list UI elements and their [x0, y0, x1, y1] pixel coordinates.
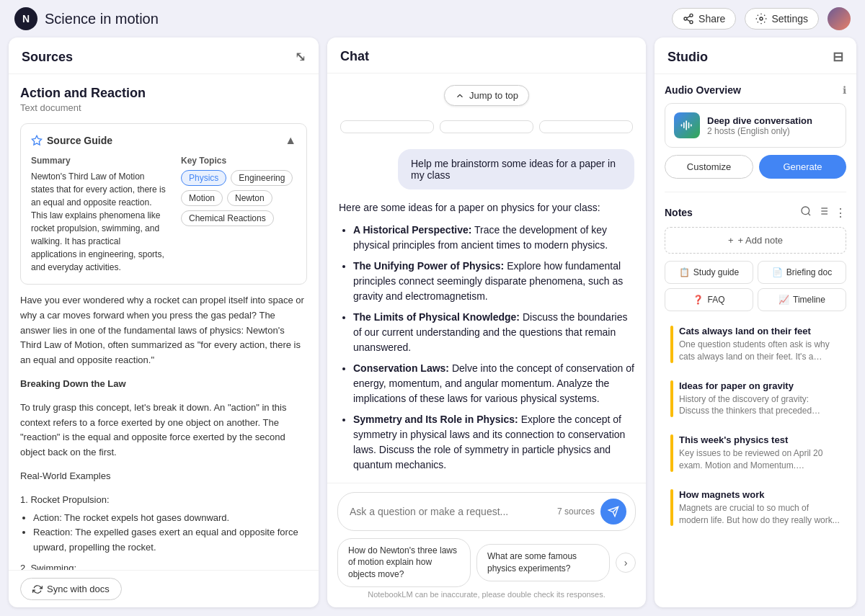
- studio-panel: Studio ⊟ Audio Overview ℹ: [655, 37, 856, 607]
- topbar: N Science in motion Share Settings: [0, 0, 865, 37]
- audio-overview-section: Audio Overview ℹ Deep div: [665, 84, 846, 179]
- topic-chip-engineering[interactable]: Engineering: [231, 170, 293, 186]
- note-content: How magnets work Magnets are crucial to …: [679, 489, 840, 527]
- settings-button[interactable]: Settings: [745, 8, 819, 30]
- note-preview: History of the discovery of gravity: Dis…: [679, 393, 840, 418]
- source-guide-header: Source Guide ▲: [31, 134, 296, 147]
- add-note-button[interactable]: + + Add note: [665, 227, 846, 254]
- waveform-icon: [680, 118, 694, 133]
- studio-body: Audio Overview ℹ Deep div: [655, 74, 856, 607]
- layout-icon[interactable]: ⊟: [833, 49, 843, 65]
- topic-chip-chemical[interactable]: Chemical Reactions: [181, 210, 274, 226]
- dd-title: Deep dive conversation: [707, 115, 812, 126]
- svg-point-1: [684, 17, 687, 20]
- briefing-doc-button[interactable]: 📄 Briefing doc: [758, 261, 846, 284]
- note-content: Cats always land on their feet One quest…: [679, 326, 840, 363]
- guide-topics: Key Topics Physics Engineering Motion Ne…: [181, 156, 296, 274]
- note-color-bar: [670, 489, 673, 527]
- svg-rect-12: [686, 120, 687, 130]
- note-preview: Key issues to be reviewed on April 20 ex…: [679, 447, 840, 472]
- sparkle-icon: [31, 135, 43, 146]
- chevron-up-icon[interactable]: ▲: [285, 134, 296, 147]
- list-item: Symmetry and Its Role in Physics: Explor…: [353, 412, 634, 473]
- generate-button[interactable]: Generate: [759, 155, 846, 179]
- dd-buttons: Customize Generate: [665, 155, 846, 179]
- chat-body[interactable]: Jump to top Help me brainstorm some idea…: [327, 73, 646, 483]
- note-title: This week's physics test: [679, 434, 840, 445]
- search-icon: [800, 205, 812, 217]
- notes-icons: ⋮: [800, 205, 846, 220]
- svg-rect-11: [683, 122, 685, 128]
- jump-to-top-button[interactable]: Jump to top: [444, 85, 529, 106]
- suggestion-chip-1[interactable]: How do Newton's three laws of motion exp…: [337, 538, 471, 587]
- search-notes-button[interactable]: [800, 205, 812, 220]
- topic-chip-motion[interactable]: Motion: [181, 190, 223, 206]
- source-breaking-heading: Breaking Down the Law: [20, 377, 307, 392]
- svg-rect-10: [681, 124, 683, 126]
- deep-dive-card: Deep dive conversation 2 hosts (English …: [665, 103, 846, 148]
- studio-title: Studio: [667, 50, 708, 65]
- suggestion-chip-2[interactable]: What are some famous physics experiments…: [476, 544, 610, 581]
- topic-chip-newton[interactable]: Newton: [227, 190, 272, 206]
- sort-notes-button[interactable]: [817, 205, 829, 220]
- briefing-doc-label: Briefing doc: [786, 267, 832, 277]
- suggestion-next-button[interactable]: ›: [616, 553, 636, 573]
- study-guide-button[interactable]: 📋 Study guide: [665, 261, 753, 284]
- guide-summary-text: Newton's Third Law of Motion states that…: [31, 170, 167, 274]
- suggestions-row: How do Newton's three laws of motion exp…: [337, 538, 636, 587]
- timeline-button[interactable]: 📈 Timeline: [758, 288, 846, 311]
- note-item-3[interactable]: This week's physics test Key issues to b…: [665, 429, 846, 478]
- audio-overview-title: Audio Overview: [665, 84, 741, 96]
- chat-footer-note: NotebookLM can be inaccurate, please dou…: [337, 587, 636, 599]
- svg-point-15: [802, 207, 809, 215]
- list-item: Reaction: The expelled gases exert an eq…: [33, 525, 307, 555]
- share-button[interactable]: Share: [672, 8, 736, 30]
- sources-title: Sources: [22, 50, 73, 65]
- chat-input[interactable]: [350, 506, 557, 517]
- add-note-plus: +: [728, 235, 734, 246]
- note-item-2[interactable]: Ideas for paper on gravity History of th…: [665, 375, 846, 424]
- avatar[interactable]: [828, 7, 851, 30]
- info-icon[interactable]: ℹ: [843, 84, 846, 96]
- faq-button[interactable]: ❓ FAQ: [665, 288, 753, 311]
- note-content: Ideas for paper on gravity History of th…: [679, 380, 840, 418]
- svg-line-4: [687, 16, 691, 18]
- note-item-1[interactable]: Cats always land on their feet One quest…: [665, 320, 846, 369]
- source-doc-title: Action and Reaction: [20, 86, 307, 101]
- note-preview: One question students often ask is why c…: [679, 339, 840, 363]
- more-notes-button[interactable]: ⋮: [835, 206, 846, 220]
- source-doc-card: Action and Reaction Text document: [20, 86, 307, 113]
- sync-docs-button[interactable]: Sync with docs: [20, 578, 122, 600]
- sources-footer: Sync with docs: [9, 570, 319, 607]
- deep-dive-icon: [674, 112, 700, 138]
- list-item: The Unifying Power of Physics: Explore h…: [353, 259, 634, 304]
- send-button[interactable]: [600, 499, 626, 525]
- audio-section-header: Audio Overview ℹ: [665, 84, 846, 96]
- faq-icon: ❓: [693, 295, 704, 305]
- svg-rect-14: [691, 124, 692, 126]
- topic-chip-physics[interactable]: Physics: [181, 170, 226, 186]
- expand-icon[interactable]: ⤡: [295, 49, 306, 65]
- customize-button[interactable]: Customize: [665, 155, 753, 179]
- study-guide-icon: 📋: [679, 267, 690, 277]
- note-item-4[interactable]: How magnets work Magnets are crucial to …: [665, 483, 846, 532]
- briefing-doc-icon: 📄: [772, 267, 783, 277]
- user-message: Help me brainstorm some ideas for a pape…: [398, 149, 634, 189]
- topics-col-title: Key Topics: [181, 156, 296, 166]
- note-color-bar: [670, 380, 673, 418]
- note-color-bar: [670, 326, 673, 363]
- topbar-actions: Share Settings: [672, 7, 851, 30]
- app-title: Science in motion: [45, 11, 665, 27]
- deep-dive-info: Deep dive conversation 2 hosts (English …: [707, 115, 812, 136]
- chat-tab-2[interactable]: [440, 120, 533, 133]
- svg-point-0: [690, 14, 693, 17]
- svg-marker-6: [32, 135, 41, 145]
- chat-tab-1[interactable]: [340, 120, 434, 133]
- sources-count: 7 sources: [557, 506, 595, 517]
- chat-tab-3[interactable]: [539, 120, 633, 133]
- dd-subtitle: 2 hosts (English only): [707, 126, 812, 136]
- notes-header: Notes ⋮: [665, 205, 846, 220]
- chat-panel: Chat Jump to top Help me brainstorm some…: [327, 37, 646, 607]
- note-list: Cats always land on their feet One quest…: [665, 320, 846, 532]
- notes-title: Notes: [665, 207, 693, 218]
